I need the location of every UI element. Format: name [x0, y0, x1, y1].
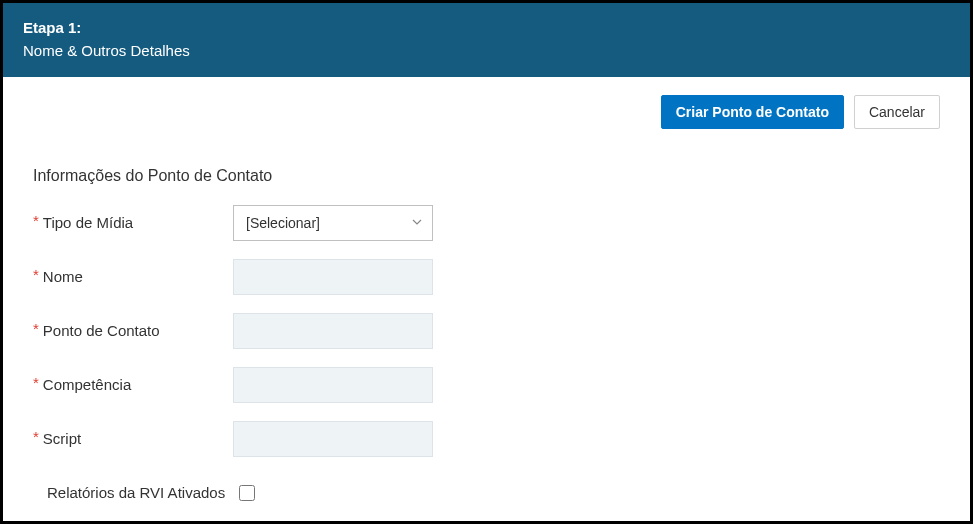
script-control [233, 421, 433, 457]
actions-bar: Criar Ponto de Contato Cancelar [3, 77, 970, 129]
competence-row: * Competência [33, 367, 940, 403]
name-input[interactable] [233, 259, 433, 295]
script-row: * Script [33, 421, 940, 457]
competence-label: Competência [43, 375, 131, 395]
dialog-container: Etapa 1: Nome & Outros Detalhes Criar Po… [3, 3, 970, 521]
name-row: * Nome [33, 259, 940, 295]
point-of-contact-control [233, 313, 433, 349]
required-star-icon: * [33, 267, 39, 282]
media-type-label-wrap: * Tipo de Mídia [33, 205, 233, 233]
point-of-contact-label-wrap: * Ponto de Contato [33, 313, 233, 341]
media-type-label: Tipo de Mídia [43, 213, 133, 233]
script-label: Script [43, 429, 81, 449]
required-star-icon: * [33, 375, 39, 390]
rvi-reports-control [233, 475, 433, 505]
required-star-icon: * [33, 321, 39, 336]
media-type-select-value: [Selecionar] [233, 205, 433, 241]
step-title: Etapa 1: [23, 17, 950, 38]
script-label-wrap: * Script [33, 421, 233, 449]
rvi-reports-label: Relatórios da RVI Ativados [47, 483, 225, 503]
media-type-row: * Tipo de Mídia [Selecionar] [33, 205, 940, 241]
name-label-wrap: * Nome [33, 259, 233, 287]
competence-input[interactable] [233, 367, 433, 403]
rvi-reports-label-wrap: Relatórios da RVI Ativados [33, 475, 233, 503]
competence-control [233, 367, 433, 403]
media-type-select[interactable]: [Selecionar] [233, 205, 433, 241]
form: * Tipo de Mídia [Selecionar] * Nome [3, 205, 970, 505]
competence-label-wrap: * Competência [33, 367, 233, 395]
point-of-contact-row: * Ponto de Contato [33, 313, 940, 349]
required-star-icon: * [33, 429, 39, 444]
media-type-control: [Selecionar] [233, 205, 433, 241]
name-label: Nome [43, 267, 83, 287]
rvi-reports-checkbox[interactable] [239, 485, 255, 501]
point-of-contact-label: Ponto de Contato [43, 321, 160, 341]
cancel-button[interactable]: Cancelar [854, 95, 940, 129]
point-of-contact-input[interactable] [233, 313, 433, 349]
section-title: Informações do Ponto de Contato [3, 129, 970, 205]
required-star-icon: * [33, 213, 39, 228]
rvi-reports-row: Relatórios da RVI Ativados [33, 475, 940, 505]
create-button[interactable]: Criar Ponto de Contato [661, 95, 844, 129]
name-control [233, 259, 433, 295]
script-input[interactable] [233, 421, 433, 457]
step-subtitle: Nome & Outros Detalhes [23, 40, 950, 61]
dialog-header: Etapa 1: Nome & Outros Detalhes [3, 3, 970, 77]
